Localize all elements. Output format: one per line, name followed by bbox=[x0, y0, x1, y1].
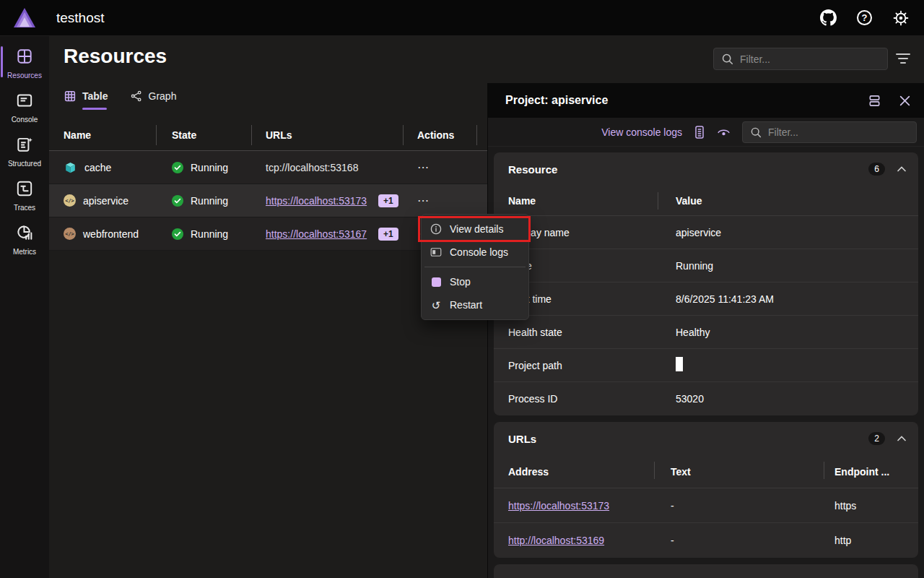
property-row: Display nameapiservice bbox=[494, 216, 918, 249]
resource-actions-cell: ⋯ bbox=[403, 194, 487, 207]
collapse-urls-button[interactable] bbox=[897, 435, 907, 442]
details-panel: Project: apiservice View console logs bbox=[487, 83, 924, 578]
url-link[interactable]: https://localhost:53167 bbox=[266, 228, 367, 240]
structured-logs-icon bbox=[15, 135, 34, 157]
more-actions-button[interactable]: ⋯ bbox=[417, 160, 430, 174]
table-row[interactable]: cacheRunningtcp://localhost:53168⋯ bbox=[49, 151, 487, 184]
tab-graph[interactable]: Graph bbox=[130, 90, 177, 110]
property-name: Health state bbox=[494, 327, 661, 338]
resource-name: webfrontend bbox=[83, 228, 139, 240]
next-section-partial bbox=[494, 564, 918, 578]
filter-options-button[interactable] bbox=[895, 52, 911, 65]
resource-urls-cell: https://localhost:53173+1 bbox=[251, 194, 403, 207]
github-button[interactable] bbox=[820, 9, 837, 26]
menu-item-label: Stop bbox=[450, 276, 471, 288]
state-label: Running bbox=[191, 162, 228, 173]
url-text-cell: - bbox=[654, 500, 824, 512]
menu-item-restart[interactable]: ↺Restart bbox=[422, 293, 528, 316]
eye-icon bbox=[717, 126, 731, 138]
mask-values-button[interactable] bbox=[717, 126, 731, 138]
app-screen: testhost ? Resources Console bbox=[0, 0, 924, 578]
column-header-endpoint: Endpoint ... bbox=[824, 466, 918, 478]
info-icon bbox=[430, 223, 442, 235]
table-grid-icon bbox=[64, 90, 77, 103]
help-button[interactable]: ? bbox=[857, 10, 872, 25]
log-document-icon bbox=[694, 125, 705, 139]
property-row: Project path bbox=[494, 349, 918, 382]
property-row: Process ID53020 bbox=[494, 382, 918, 415]
table-row[interactable]: </>apiserviceRunninghttps://localhost:53… bbox=[49, 184, 487, 217]
sidebar-item-label: Resources bbox=[7, 72, 42, 79]
url-link[interactable]: https://localhost:53173 bbox=[266, 195, 367, 207]
url-link[interactable]: https://localhost:53173 bbox=[508, 500, 609, 512]
page-title: Resources bbox=[64, 45, 167, 68]
urls-table-body: https://localhost:53173-httpshttp://loca… bbox=[494, 488, 918, 558]
url-row: http://localhost:53169-http bbox=[494, 523, 918, 558]
resource-name: apiservice bbox=[83, 195, 128, 207]
details-panel-title: Project: apiservice bbox=[505, 94, 608, 107]
property-value: 53020 bbox=[661, 393, 918, 405]
property-value: Healthy bbox=[661, 327, 918, 338]
resources-table-header: Name State URLs Actions bbox=[49, 119, 487, 151]
url-link[interactable]: http://localhost:53169 bbox=[508, 535, 604, 546]
github-icon bbox=[820, 9, 837, 26]
aspire-logo bbox=[0, 7, 49, 30]
container-cube-icon bbox=[64, 160, 77, 175]
sidebar-item-label: Metrics bbox=[13, 248, 36, 256]
running-check-icon bbox=[172, 162, 183, 173]
resource-urls-cell: https://localhost:53167+1 bbox=[251, 228, 403, 241]
details-filter-input[interactable] bbox=[768, 126, 909, 138]
sidebar-item-metrics[interactable]: Metrics bbox=[0, 217, 49, 261]
sidebar-item-structured[interactable]: Structured bbox=[0, 129, 49, 173]
close-panel-button[interactable] bbox=[899, 95, 911, 107]
status-badge: Running bbox=[172, 195, 251, 207]
property-name: Project path bbox=[494, 360, 661, 371]
resource-section-title: Resource bbox=[508, 163, 557, 176]
settings-button[interactable] bbox=[892, 9, 910, 27]
url-link: tcp://localhost:53168 bbox=[266, 162, 358, 173]
split-panel-button[interactable] bbox=[868, 94, 881, 108]
url-count-badge[interactable]: +1 bbox=[378, 194, 398, 207]
details-panel-header: Project: apiservice bbox=[488, 83, 924, 118]
details-filter bbox=[742, 121, 917, 143]
resource-state-cell: Running bbox=[156, 195, 251, 207]
url-endpoint-cell: http bbox=[824, 535, 918, 546]
url-row: https://localhost:53173-https bbox=[494, 488, 918, 523]
sidebar-item-console[interactable]: Console bbox=[0, 85, 49, 129]
tab-table[interactable]: Table bbox=[64, 90, 108, 110]
log-document-button[interactable] bbox=[694, 125, 705, 139]
more-actions-button[interactable]: ⋯ bbox=[417, 194, 430, 207]
column-header-name: Name bbox=[494, 195, 661, 207]
column-header-urls: URLs bbox=[251, 129, 403, 141]
split-view-icon bbox=[868, 94, 881, 108]
urls-section-title: URLs bbox=[508, 433, 536, 445]
menu-item-view-details[interactable]: View details bbox=[422, 217, 528, 241]
tab-label: Table bbox=[82, 90, 108, 102]
sidebar-item-traces[interactable]: Traces bbox=[0, 173, 49, 217]
menu-item-console-logs[interactable]: Console logs bbox=[422, 241, 528, 264]
property-row: Start time8/6/2025 11:41:23 AM bbox=[494, 282, 918, 316]
collapse-resource-button[interactable] bbox=[897, 165, 907, 173]
console-icon bbox=[15, 91, 34, 113]
view-console-logs-link[interactable]: View console logs bbox=[601, 126, 682, 138]
url-count-badge[interactable]: +1 bbox=[378, 228, 398, 241]
column-header-address: Address bbox=[494, 466, 654, 478]
menu-item-label: Restart bbox=[450, 299, 482, 311]
help-icon: ? bbox=[857, 10, 872, 25]
running-check-icon bbox=[172, 228, 183, 240]
sidebar-item-resources[interactable]: Resources bbox=[0, 40, 49, 85]
column-header-actions: Actions bbox=[403, 129, 487, 141]
status-badge: Running bbox=[172, 228, 251, 240]
top-bar: testhost ? bbox=[0, 0, 924, 36]
resource-actions-cell: ⋯ bbox=[403, 160, 487, 174]
url-address-cell: http://localhost:53169 bbox=[494, 535, 654, 546]
chevron-up-icon bbox=[897, 165, 907, 173]
property-row: StateRunning bbox=[494, 249, 918, 282]
menu-item-stop[interactable]: Stop bbox=[422, 270, 528, 293]
menu-item-label: Console logs bbox=[450, 246, 508, 258]
resource-urls-cell: tcp://localhost:53168 bbox=[251, 162, 403, 173]
filter-input[interactable] bbox=[740, 53, 880, 65]
sidebar-item-label: Traces bbox=[14, 204, 35, 212]
gear-icon bbox=[892, 9, 910, 27]
project-code-icon: </> bbox=[64, 194, 76, 207]
